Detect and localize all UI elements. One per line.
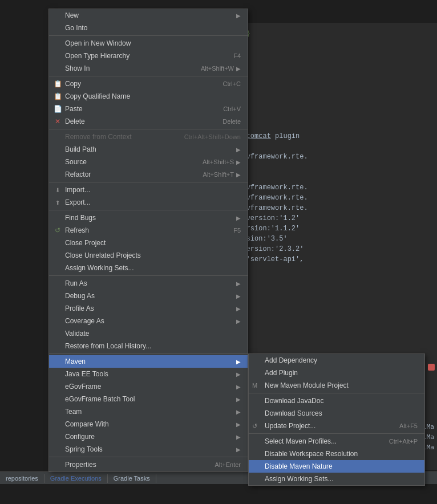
- menu-item-open-new-window[interactable]: Open in New Window: [49, 37, 248, 50]
- menu-item-team[interactable]: Team ▶: [49, 405, 248, 418]
- separator: [49, 275, 248, 276]
- menu-item-import[interactable]: ⬇ Import...: [49, 184, 248, 196]
- menu-item-show-in[interactable]: Show In Alt+Shift+W ▶: [49, 62, 248, 75]
- tab-gradle-executions[interactable]: Gradle Executions: [44, 474, 108, 483]
- menu-item-egovframe-batch[interactable]: eGovFrame Batch Tool ▶: [49, 393, 248, 405]
- menu-item-find-bugs[interactable]: Find Bugs ▶: [49, 212, 248, 224]
- menu-item-build-path[interactable]: Build Path ▶: [49, 143, 248, 156]
- refresh-icon: ↺: [52, 226, 63, 234]
- menu-item-add-dependency[interactable]: Add Dependency: [249, 354, 424, 367]
- delete-icon: ✕: [52, 117, 63, 125]
- menu-item-remove-context[interactable]: Remove from Context Ctrl+Alt+Shift+Down: [49, 131, 248, 143]
- maven-module-icon: M: [252, 382, 257, 389]
- separator: [49, 353, 248, 354]
- menu-item-refactor[interactable]: Refactor Alt+Shift+T ▶: [49, 168, 248, 181]
- menu-item-java-ee-tools[interactable]: Java EE Tools ▶: [49, 368, 248, 380]
- menu-item-select-maven-profiles[interactable]: Select Maven Profiles... Ctrl+Alt+P: [249, 435, 424, 448]
- separator: [49, 182, 248, 182]
- menu-item-properties[interactable]: Properties Alt+Enter: [49, 458, 248, 471]
- menu-item-open-type-hierarchy[interactable]: Open Type Hierarchy F4: [49, 50, 248, 62]
- copy-icon: 📋: [52, 80, 63, 88]
- menu-item-disable-workspace-resolution[interactable]: Disable Workspace Resolution: [249, 448, 424, 460]
- menu-item-refresh[interactable]: ↺ Refresh F5: [49, 224, 248, 237]
- menu-item-compare-with[interactable]: Compare With ▶: [49, 418, 248, 430]
- menu-item-new-maven-module[interactable]: M New Maven Module Project: [249, 379, 424, 392]
- menu-item-assign-working-sets2[interactable]: Assign Working Sets...: [249, 473, 424, 485]
- import-icon: ⬇: [52, 187, 63, 193]
- paste-icon: 📄: [52, 105, 63, 113]
- separator: [249, 433, 424, 434]
- separator: [249, 393, 424, 393]
- menu-item-restore-local[interactable]: Restore from Local History...: [49, 340, 248, 352]
- menu-item-egovframe[interactable]: eGovFrame ▶: [49, 380, 248, 393]
- menu-item-download-javadoc[interactable]: Download JavaDoc: [249, 395, 424, 407]
- menu-item-close-project[interactable]: Close Project: [49, 237, 248, 249]
- menu-item-paste[interactable]: 📄 Paste Ctrl+V: [49, 103, 248, 115]
- export-icon: ⬆: [52, 200, 63, 206]
- menu-item-source[interactable]: Source Alt+Shift+S ▶: [49, 156, 248, 168]
- menu-item-delete[interactable]: ✕ Delete Delete: [49, 115, 248, 128]
- menu-item-close-unrelated[interactable]: Close Unrelated Projects: [49, 249, 248, 262]
- menu-item-coverage-as[interactable]: Coverage As ▶: [49, 315, 248, 327]
- menu-item-copy-qualified[interactable]: 📋 Copy Qualified Name: [49, 90, 248, 103]
- menu-item-spring-tools[interactable]: Spring Tools ▶: [49, 443, 248, 456]
- menu-item-maven[interactable]: Maven ▶: [49, 355, 248, 368]
- menu-item-assign-working-sets[interactable]: Assign Working Sets...: [49, 262, 248, 274]
- menu-item-download-sources[interactable]: Download Sources: [249, 407, 424, 420]
- menu-item-configure[interactable]: Configure ▶: [49, 430, 248, 443]
- tab-gradle-tasks[interactable]: Gradle Tasks: [108, 474, 156, 483]
- menu-item-debug-as[interactable]: Debug As ▶: [49, 290, 248, 302]
- menu-item-profile-as[interactable]: Profile As ▶: [49, 302, 248, 315]
- maven-submenu: Add Dependency Add Plugin M New Maven Mo…: [248, 353, 425, 486]
- menu-item-go-into[interactable]: Go Into: [49, 22, 248, 34]
- separator: [49, 457, 248, 457]
- menu-item-validate[interactable]: Validate: [49, 327, 248, 340]
- copy-qualified-icon: 📋: [52, 92, 63, 100]
- tab-repositories[interactable]: repositories: [0, 474, 44, 483]
- separator: [49, 35, 248, 36]
- menu-item-export[interactable]: ⬆ Export...: [49, 196, 248, 209]
- menu-item-new[interactable]: New ▶: [49, 9, 248, 22]
- close-button[interactable]: [428, 364, 435, 371]
- separator: [49, 210, 248, 210]
- separator: [49, 76, 248, 76]
- primary-context-menu: New ▶ Go Into Open in New Window Open Ty…: [48, 9, 248, 472]
- menu-item-update-project[interactable]: ↺ Update Project... Alt+F5: [249, 420, 424, 432]
- update-project-icon: ↺: [252, 422, 257, 430]
- menu-item-disable-maven-nature[interactable]: Disable Maven Nature: [249, 460, 424, 473]
- separator: [49, 129, 248, 129]
- menu-item-run-as[interactable]: Run As ▶: [49, 277, 248, 290]
- menu-item-copy[interactable]: 📋 Copy Ctrl+C: [49, 78, 248, 90]
- menu-item-add-plugin[interactable]: Add Plugin: [249, 367, 424, 379]
